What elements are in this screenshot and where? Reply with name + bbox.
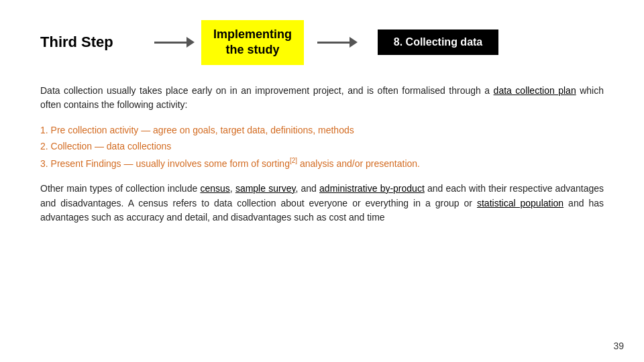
- footnote-ref: [2]: [290, 157, 297, 164]
- para2-pre: Other main types of collection include: [40, 183, 200, 194]
- arrow2-shape: [317, 36, 358, 48]
- para1-text: Data collection usually takes place earl…: [40, 85, 494, 96]
- para2-comma2: , and: [295, 183, 319, 194]
- list-item-2: 2. Collection — data collections: [40, 139, 604, 154]
- body-content: Data collection usually takes place earl…: [40, 84, 604, 225]
- paragraph2: Other main types of collection include c…: [40, 182, 604, 225]
- arrow1-line: [154, 42, 186, 44]
- implementing-box: Implementing the study: [201, 20, 304, 65]
- census-link[interactable]: census: [200, 183, 229, 194]
- statistical-population-link[interactable]: statistical population: [477, 198, 564, 208]
- para2-comma1: ,: [230, 183, 235, 194]
- collecting-box: 8. Collecting data: [378, 29, 498, 55]
- header-row: Third Step Implementing the study 8. Col…: [40, 20, 604, 65]
- arrow1: [154, 36, 195, 48]
- arrow2-line: [317, 42, 350, 44]
- arrow2-head: [350, 37, 358, 48]
- arrow2: [317, 36, 358, 48]
- page-number: 39: [613, 341, 624, 351]
- list-item-3: 3. Present Findings — usually involves s…: [40, 156, 604, 171]
- list-item-1: 1. Pre collection activity — agree on go…: [40, 123, 604, 138]
- slide: Third Step Implementing the study 8. Col…: [0, 0, 644, 362]
- admin-byproduct-link[interactable]: administrative by-product: [319, 183, 425, 194]
- paragraph1: Data collection usually takes place earl…: [40, 84, 604, 113]
- colored-list: 1. Pre collection activity — agree on go…: [40, 123, 604, 171]
- third-step-label: Third Step: [40, 34, 148, 51]
- sample-survey-link[interactable]: sample survey: [235, 183, 296, 194]
- data-collection-plan-link[interactable]: data collection plan: [494, 85, 576, 96]
- arrow1-shape: [154, 36, 195, 48]
- arrow1-head: [186, 37, 195, 48]
